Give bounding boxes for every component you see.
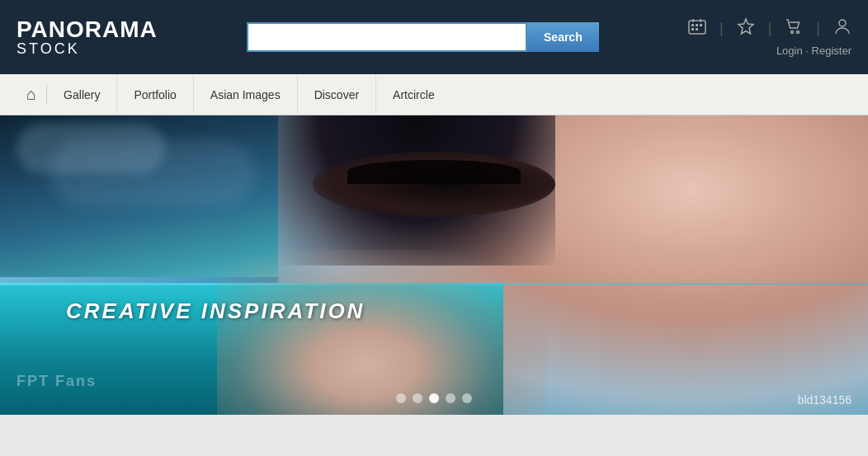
dot-3[interactable] <box>429 393 439 403</box>
hero-dots <box>396 393 472 403</box>
watermark-text: FPT Fans <box>17 373 97 389</box>
search-button[interactable]: Search <box>527 22 599 52</box>
register-link[interactable]: Register <box>812 45 851 57</box>
auth-links: Login · Register <box>776 45 851 57</box>
home-nav-item[interactable]: ⌂ <box>17 85 47 104</box>
nav-item-artcircle[interactable]: Artcircle <box>376 74 451 115</box>
svg-rect-1 <box>691 24 694 26</box>
cart-icon[interactable] <box>785 17 803 40</box>
hero-banner: CREATIVE INSPIRATION FPT Fans bld134156 <box>0 115 868 415</box>
nav-item-discover[interactable]: Discover <box>298 74 376 115</box>
nav-item-portfolio[interactable]: Portfolio <box>117 74 193 115</box>
calendar-icon[interactable] <box>688 18 706 39</box>
svg-marker-8 <box>738 19 753 34</box>
svg-point-10 <box>797 31 800 34</box>
header: PANORAMA STOCK Search | <box>0 0 868 74</box>
dot-5[interactable] <box>462 393 472 403</box>
auth-separator: · <box>805 45 809 57</box>
svg-point-11 <box>839 20 846 26</box>
login-link[interactable]: Login <box>776 45 803 57</box>
svg-rect-2 <box>696 24 698 26</box>
watermark: FPT Fans <box>17 373 97 390</box>
user-icon[interactable] <box>833 17 851 40</box>
logo[interactable]: PANORAMA STOCK <box>17 18 158 56</box>
dot-4[interactable] <box>446 393 455 403</box>
svg-rect-0 <box>689 21 705 34</box>
svg-rect-5 <box>696 28 698 31</box>
star-icon[interactable] <box>737 17 755 40</box>
divider3: | <box>816 20 820 37</box>
navbar: ⌂ Gallery Portfolio Asian Images Discove… <box>0 74 868 115</box>
hero-tagline: CREATIVE INSPIRATION <box>66 299 365 324</box>
svg-point-9 <box>791 31 794 34</box>
image-id: bld134156 <box>798 393 851 407</box>
svg-rect-3 <box>700 24 702 26</box>
divider1: | <box>719 20 724 37</box>
nav-item-asian-images[interactable]: Asian Images <box>194 74 298 115</box>
search-area: Search <box>216 22 629 52</box>
home-icon: ⌂ <box>26 85 36 103</box>
header-icons: | | | <box>688 17 851 40</box>
svg-rect-4 <box>691 28 694 31</box>
divider2: | <box>768 20 772 37</box>
hero-photo <box>0 115 868 415</box>
nav-item-gallery[interactable]: Gallery <box>47 74 117 115</box>
logo-line2: STOCK <box>17 41 158 56</box>
search-input[interactable] <box>247 22 527 52</box>
logo-line1: PANORAMA <box>17 16 158 42</box>
dot-1[interactable] <box>396 393 406 403</box>
header-right: | | | Logi <box>688 17 851 57</box>
logo-text: PANORAMA STOCK <box>17 18 158 56</box>
dot-2[interactable] <box>413 393 422 403</box>
